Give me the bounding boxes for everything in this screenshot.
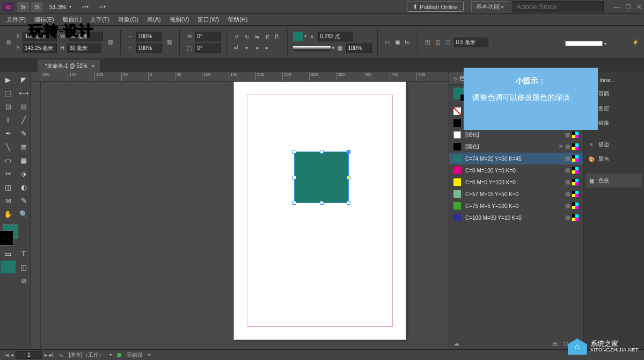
corner-size-input[interactable] [454, 38, 488, 47]
color-profile[interactable]: [基本]（工作） [69, 351, 104, 359]
handle-tr[interactable] [347, 150, 350, 154]
close-button[interactable]: ✕ [636, 3, 642, 11]
close-tab-icon[interactable]: × [92, 63, 95, 69]
selected-rectangle[interactable] [294, 152, 349, 203]
content-placer-tool[interactable]: ⊟ [16, 100, 31, 113]
rotate-cw-icon[interactable]: ↻ [243, 33, 251, 41]
p-icon[interactable]: P. [273, 33, 282, 41]
menu-table[interactable]: 表(A) [144, 15, 164, 25]
maximize-button[interactable]: ☐ [625, 3, 631, 11]
swatch-row[interactable]: C=57 M=15 Y=50 K=0▦ [449, 188, 583, 200]
zoom-tool[interactable]: 🔍 [16, 207, 31, 220]
menu-file[interactable]: 文件(F) [3, 15, 29, 25]
select-content-icon[interactable]: ▾ [243, 44, 251, 52]
swatch-row[interactable]: [纸色]▦ [449, 129, 583, 141]
swatch-row[interactable]: C=100 M=90 Y=10 K=0▦ [449, 212, 583, 224]
gradient-feather-tool[interactable]: ◐ [16, 181, 31, 193]
select-next-icon[interactable]: ▸ [263, 44, 272, 52]
handle-tl[interactable] [292, 150, 296, 154]
rotate-input[interactable] [195, 32, 221, 41]
handle-tm[interactable] [320, 150, 324, 154]
canvas[interactable] [41, 82, 449, 349]
open-nav-icon[interactable]: ⟐. [59, 352, 64, 358]
constrain-icon[interactable]: ⛓ [106, 38, 115, 47]
publish-online-button[interactable]: ⬆ Publish Online [407, 2, 464, 12]
preflight-label[interactable]: 无错误 [127, 351, 143, 359]
handle-bl[interactable] [292, 201, 296, 205]
stroke-style[interactable] [293, 46, 331, 51]
note-tool[interactable]: ✉ [1, 194, 16, 207]
scissors-tool[interactable]: ✂ [1, 167, 16, 180]
constrain-scale-icon[interactable]: ⛓ [165, 38, 174, 47]
stock-search-input[interactable] [513, 1, 604, 12]
fx-icon[interactable]: fx. [404, 38, 412, 47]
zoom-level[interactable]: 51.3% [49, 4, 66, 10]
rail-stroke[interactable]: ≡描边 [586, 138, 642, 152]
ellipse-tool[interactable]: ▦ [16, 154, 31, 167]
handle-ml[interactable] [292, 176, 296, 179]
rail-color[interactable]: 🎨颜色 [586, 152, 642, 166]
y-input[interactable] [23, 44, 57, 53]
flip-h-icon[interactable]: ⇋ [253, 33, 261, 41]
eyedropper-tool[interactable]: ✎ [16, 194, 31, 207]
formatting-text-icon[interactable]: T [16, 247, 31, 260]
fill-dropdown-icon[interactable]: ▾ [304, 34, 306, 39]
swatch-row[interactable]: C=0 M=0 Y=100 K=0▦ [449, 176, 583, 188]
text-wrap-bounding-icon[interactable]: ▣ [393, 38, 402, 47]
fill-stroke-preview[interactable] [1, 223, 16, 247]
rail-swatches[interactable]: ▦色板 [586, 174, 642, 188]
arrange-icon[interactable]: ▭▾ [82, 4, 89, 9]
last-page-icon[interactable]: ▸I [49, 352, 54, 358]
selection-tool[interactable]: ▶ [1, 73, 16, 86]
gap-tool[interactable]: ⟷ [16, 87, 31, 99]
new-swatch-group-icon[interactable]: ⊞. [553, 340, 559, 347]
shear-input[interactable] [195, 44, 221, 53]
stroke-weight-input[interactable] [318, 32, 353, 41]
reference-point-icon[interactable]: ⊞ [4, 38, 13, 47]
stock-icon[interactable]: St [31, 2, 43, 12]
select-container-icon[interactable]: ▸I [232, 44, 241, 52]
first-page-icon[interactable]: I◂ [4, 352, 9, 358]
screen-mode-icon[interactable]: ▭▾ [99, 4, 106, 9]
menu-help[interactable]: 帮助(H) [224, 15, 251, 25]
workspace-selector[interactable]: 基本功能 ▾ [471, 1, 508, 12]
corner-options-icon[interactable]: ◰ [423, 38, 432, 47]
profile-dropdown-icon[interactable]: ▾ [109, 352, 112, 357]
pencil-tool[interactable]: ✎ [16, 127, 31, 140]
cloud-icon[interactable]: ☁ [453, 340, 459, 347]
opacity-input[interactable] [346, 44, 372, 53]
menu-object[interactable]: 对象(O) [115, 15, 142, 25]
handle-bm[interactable] [320, 201, 324, 205]
live-corner-icon[interactable]: ◲ [444, 38, 452, 47]
next-page-icon[interactable]: ▸ [45, 352, 47, 358]
type-on-path-tool[interactable]: ╱ [16, 113, 31, 126]
formatting-container-icon[interactable]: ▭ [1, 247, 16, 260]
pen-tool[interactable]: ✒ [1, 127, 16, 140]
page-tool[interactable]: ⬚ [1, 87, 16, 99]
handle-br[interactable] [347, 201, 350, 205]
h-input[interactable] [67, 44, 101, 53]
swatch-row[interactable]: C=0 M=100 Y=0 K=0▦ [449, 164, 583, 176]
apply-gradient-icon[interactable]: ◫ [16, 261, 31, 273]
gradient-swatch-tool[interactable]: ◫ [1, 181, 16, 193]
corner-shape-icon[interactable]: ◱ [434, 38, 442, 47]
flip-v-icon[interactable]: ⇵ [263, 33, 272, 41]
menu-window[interactable]: 窗口(W) [194, 15, 222, 25]
fill-swatch[interactable] [293, 32, 303, 41]
rectangle-tool[interactable]: ▭ [1, 154, 16, 167]
zoom-dropdown-icon[interactable]: ▾ [69, 4, 71, 9]
minimize-button[interactable]: — [613, 3, 620, 11]
prev-page-icon[interactable]: ◂ [11, 352, 13, 358]
document-tab[interactable]: *未命名-1 @ 51% × [38, 60, 100, 72]
apply-color-icon[interactable] [1, 261, 16, 273]
line-tool[interactable]: ╲ [1, 140, 16, 153]
swatch-row[interactable]: C=74 M=20 Y=50 K=45▦ [449, 153, 583, 164]
direct-selection-tool[interactable]: ◤ [16, 73, 31, 86]
menu-view[interactable]: 视图(V) [166, 15, 193, 25]
scale-x-input[interactable] [136, 32, 162, 41]
scale-y-input[interactable] [136, 44, 162, 53]
free-transform-tool[interactable]: ⬗ [16, 167, 31, 180]
apply-none-icon[interactable]: ⊘ [16, 274, 31, 287]
handle-mr[interactable] [347, 176, 350, 179]
swatch-row[interactable]: C=75 M=5 Y=100 K=0▦ [449, 200, 583, 212]
